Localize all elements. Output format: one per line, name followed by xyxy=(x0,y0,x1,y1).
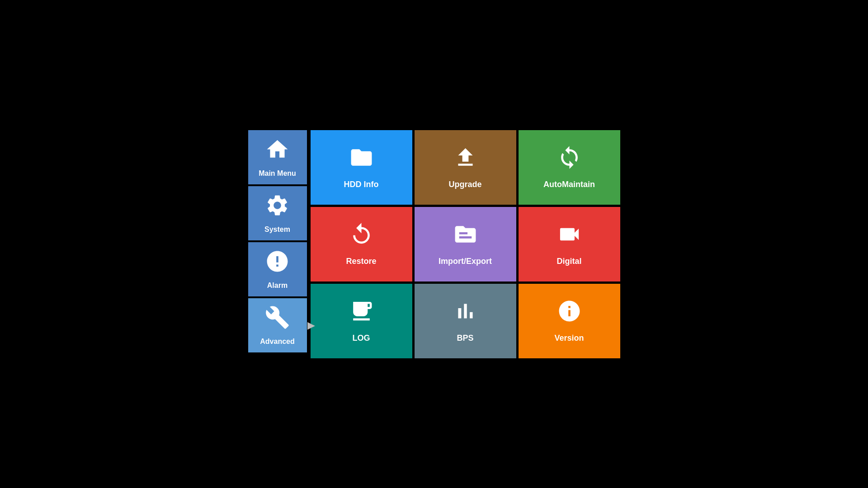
restore-icon xyxy=(349,222,374,252)
log-icon xyxy=(349,299,374,329)
upload-icon xyxy=(453,145,478,175)
tile-log[interactable]: LOG xyxy=(311,284,412,358)
sidebar-item-advanced[interactable]: Advanced ▶ xyxy=(248,298,307,352)
wrench-icon xyxy=(265,305,290,334)
tile-automaintain[interactable]: AutoMaintain xyxy=(519,130,620,205)
refresh-icon xyxy=(557,145,582,175)
grid-container: HDD Info Upgrade AutoMaintain Restore xyxy=(311,130,620,358)
tile-restore[interactable]: Restore xyxy=(311,207,412,282)
main-container: Main Menu System Alarm Advanced ▶ xyxy=(248,130,620,358)
import-icon xyxy=(453,222,478,252)
sidebar: Main Menu System Alarm Advanced ▶ xyxy=(248,130,307,352)
barchart-icon xyxy=(453,299,478,329)
alarm-icon xyxy=(265,249,290,278)
tile-digital[interactable]: Digital xyxy=(519,207,620,282)
sidebar-item-system[interactable]: System xyxy=(248,186,307,240)
tile-label-restore: Restore xyxy=(346,257,376,266)
tile-import-export[interactable]: Import/Export xyxy=(415,207,516,282)
sidebar-item-main-menu[interactable]: Main Menu xyxy=(248,130,307,184)
tile-label-automaintain: AutoMaintain xyxy=(543,180,595,189)
sidebar-active-arrow: ▶ xyxy=(307,319,315,331)
home-icon xyxy=(265,137,290,166)
sidebar-label-alarm: Alarm xyxy=(267,282,288,290)
tile-label-upgrade: Upgrade xyxy=(448,180,481,189)
camera-icon xyxy=(557,222,582,252)
sidebar-item-alarm[interactable]: Alarm xyxy=(248,242,307,296)
tile-bps[interactable]: BPS xyxy=(415,284,516,358)
gear-icon xyxy=(265,193,290,222)
tile-hdd-info[interactable]: HDD Info xyxy=(311,130,412,205)
info-icon xyxy=(557,299,582,329)
tile-label-import-export: Import/Export xyxy=(439,257,492,266)
tile-label-bps: BPS xyxy=(457,333,473,343)
folder-icon xyxy=(349,145,374,175)
tile-label-digital: Digital xyxy=(557,257,581,266)
tile-label-log: LOG xyxy=(353,333,370,343)
tile-label-hdd-info: HDD Info xyxy=(344,180,379,189)
sidebar-label-system: System xyxy=(264,225,290,234)
sidebar-label-main-menu: Main Menu xyxy=(259,169,296,178)
tile-version[interactable]: Version xyxy=(519,284,620,358)
tile-upgrade[interactable]: Upgrade xyxy=(415,130,516,205)
sidebar-label-advanced: Advanced xyxy=(260,338,294,346)
tile-label-version: Version xyxy=(554,333,584,343)
